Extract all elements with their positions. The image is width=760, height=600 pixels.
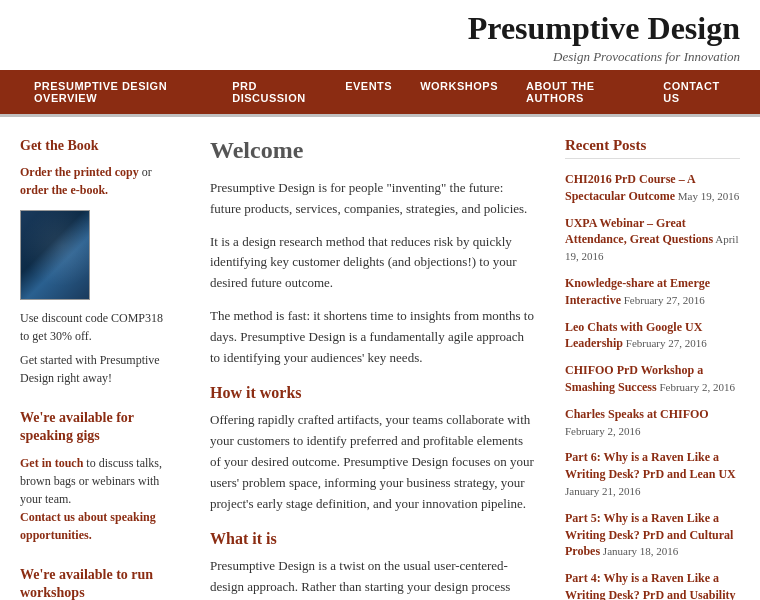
nav-item-prd-discussion[interactable]: PRD DISCUSSION	[218, 70, 331, 114]
left-sidebar: Get the Book Order the printed copy or o…	[20, 137, 190, 600]
post-date-7: January 18, 2016	[600, 545, 678, 557]
post-item-5: Charles Speaks at CHIFOO February 2, 201…	[565, 406, 740, 440]
order-ebook-link[interactable]: order the e-book.	[20, 183, 108, 197]
post-date-3: February 27, 2016	[623, 337, 707, 349]
post-item-1: UXPA Webinar – Great Attendance, Great Q…	[565, 215, 740, 265]
post-item-2: Knowledge-share at Emerge Interactive Fe…	[565, 275, 740, 309]
sidebar-section-title-speaking: We're available for speaking gigs	[20, 409, 170, 445]
post-item-7: Part 5: Why is a Raven Like a Writing De…	[565, 510, 740, 560]
post-date-6: January 21, 2016	[565, 485, 640, 497]
nav-item-events[interactable]: EVENTS	[331, 70, 406, 102]
post-link-8[interactable]: Part 4: Why is a Raven Like a Writing De…	[565, 571, 735, 600]
post-item-3: Leo Chats with Google UX Leadership Febr…	[565, 319, 740, 353]
post-date-5: February 2, 2016	[565, 425, 640, 437]
speaking-text: Get in touch to discuss talks, brown bag…	[20, 454, 170, 544]
site-tagline: Design Provocations for Innovation	[20, 49, 740, 65]
sidebar-section-book: Get the Book Order the printed copy or o…	[20, 137, 170, 387]
post-link-1[interactable]: UXPA Webinar – Great Attendance, Great Q…	[565, 216, 713, 247]
right-sidebar: Recent Posts CHI2016 PrD Course – A Spec…	[555, 137, 740, 600]
how-it-works-text: Offering rapidly crafted artifacts, your…	[210, 410, 535, 514]
sidebar-section-title-book: Get the Book	[20, 137, 170, 155]
nav-item-contact-us[interactable]: CONTACT US	[649, 70, 740, 114]
what-it-is-title: What it is	[210, 530, 535, 548]
order-printed-link[interactable]: Order the printed copy	[20, 165, 139, 179]
discount-text: Use discount code COMP318 to get 30% off…	[20, 309, 170, 345]
welcome-title: Welcome	[210, 137, 535, 164]
book-order-text: Order the printed copy or order the e-bo…	[20, 163, 170, 199]
sidebar-section-workshops: We're available to run workshops Learn m…	[20, 566, 170, 600]
recent-posts-list: CHI2016 PrD Course – A Spectacular Outco…	[565, 171, 740, 600]
get-in-touch-link[interactable]: Get in touch	[20, 456, 83, 470]
post-item-0: CHI2016 PrD Course – A Spectacular Outco…	[565, 171, 740, 205]
post-link-5[interactable]: Charles Speaks at CHIFOO	[565, 407, 709, 421]
how-it-works-title: How it works	[210, 384, 535, 402]
contact-speaking-link[interactable]: Contact us about speaking opportunities.	[20, 510, 156, 542]
post-item-4: CHIFOO PrD Workshop a Smashing Success F…	[565, 362, 740, 396]
post-link-6[interactable]: Part 6: Why is a Raven Like a Writing De…	[565, 450, 736, 481]
nav-item-presumptive-design-overview[interactable]: PRESUMPTIVE DESIGN OVERVIEW	[20, 70, 218, 114]
post-date-4: February 2, 2016	[657, 381, 735, 393]
post-date-2: February 27, 2016	[621, 294, 705, 306]
sidebar-section-title-workshops: We're available to run workshops	[20, 566, 170, 600]
get-started-text: Get started with Presumptive Design righ…	[20, 351, 170, 387]
book-cover-image	[20, 210, 90, 300]
recent-posts-title: Recent Posts	[565, 137, 740, 159]
welcome-p3: The method is fast: it shortens time to …	[210, 306, 535, 368]
sidebar-section-speaking: We're available for speaking gigs Get in…	[20, 409, 170, 543]
site-header: Presumptive Design Design Provocations f…	[0, 0, 760, 70]
main-container: Get the Book Order the printed copy or o…	[0, 117, 760, 600]
site-title: Presumptive Design	[20, 10, 740, 47]
nav-item-about-the-authors[interactable]: ABOUT THE AUTHORS	[512, 70, 649, 114]
post-item-8: Part 4: Why is a Raven Like a Writing De…	[565, 570, 740, 600]
post-item-6: Part 6: Why is a Raven Like a Writing De…	[565, 449, 740, 499]
main-content: Welcome Presumptive Design is for people…	[190, 137, 555, 600]
post-date-0: May 19, 2016	[675, 190, 739, 202]
site-nav: PRESUMPTIVE DESIGN OVERVIEWPRD DISCUSSIO…	[0, 70, 760, 114]
nav-item-workshops[interactable]: WORKSHOPS	[406, 70, 512, 102]
welcome-p1: Presumptive Design is for people "invent…	[210, 178, 535, 220]
welcome-p2: It is a design research method that redu…	[210, 232, 535, 294]
what-it-is-text: Presumptive Design is a twist on the usu…	[210, 556, 535, 600]
